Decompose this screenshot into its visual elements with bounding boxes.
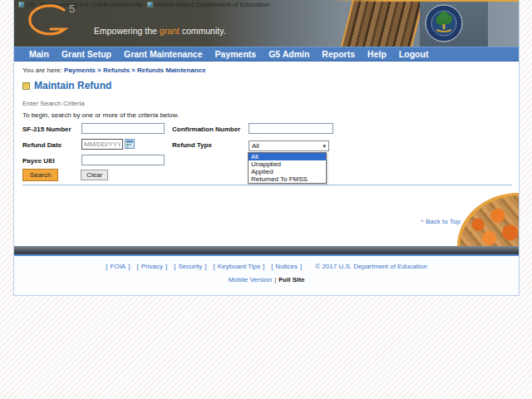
tab-title: United States Department of Education <box>155 1 270 8</box>
section-label: Enter Search Criteria <box>22 100 85 107</box>
footer-link: [Privacy] <box>136 263 167 270</box>
header-tagline: Empowering the grant community. <box>94 26 226 36</box>
section-divider <box>22 185 512 185</box>
chevron-down-icon: ▾ <box>323 143 326 150</box>
browser-viewport: G5 - Empowering the Grant Community Unit… <box>13 0 520 296</box>
footer-link: [Security] <box>174 263 206 270</box>
nav-item[interactable]: Help <box>367 49 387 59</box>
mobile-version-link[interactable]: Mobile Version <box>229 276 272 283</box>
confirmation-number-label: Confirmation Number <box>172 126 240 133</box>
dropdown-option[interactable]: Applied <box>249 168 326 175</box>
classroom-chairs-image <box>460 195 519 246</box>
footer-link-anchor[interactable]: Security <box>178 263 202 270</box>
header-banner: G5 - Empowering the Grant Community Unit… <box>14 0 519 47</box>
department-of-education-seal <box>425 4 463 42</box>
sf215-label: SF-215 Number <box>22 126 71 133</box>
dropdown-option[interactable]: Returned To FMSS <box>249 175 326 183</box>
footer: [FOIA] [Privacy] [Security] [Keyboard Ti… <box>14 256 519 295</box>
footer-image-bar <box>14 246 519 254</box>
nav-item[interactable]: G5 Admin <box>268 49 309 59</box>
full-site-label: Full Site <box>278 276 304 283</box>
nav-item[interactable]: Grant Maintenance <box>124 49 203 59</box>
footer-link: [FOIA] <box>106 263 130 270</box>
footer-site-toggle: Mobile Version|Full Site <box>14 276 519 283</box>
dropdown-option[interactable]: All <box>249 153 326 160</box>
breadcrumb-path[interactable]: Payments > Refunds > Refunds Maintenance <box>64 66 206 74</box>
refund-type-dropdown: AllUnappliedAppliedReturned To FMSS <box>248 152 327 184</box>
g5-logo: 5 <box>22 3 97 43</box>
nav-item[interactable]: Main <box>29 49 49 59</box>
footer-link: [Notices] <box>271 263 302 270</box>
refund-date-label: Refund Date <box>22 141 62 149</box>
search-button[interactable]: Search <box>22 169 58 181</box>
footer-link-anchor[interactable]: Notices <box>275 263 298 270</box>
page-icon <box>147 2 153 7</box>
footer-link-anchor[interactable]: Keyboard Tips <box>218 263 260 270</box>
nav-item[interactable]: Grant Setup <box>62 49 111 59</box>
nav-item[interactable]: Payments <box>215 49 257 59</box>
nav-item[interactable]: Logout <box>399 49 429 59</box>
footer-link-anchor[interactable]: FOIA <box>111 263 126 270</box>
main-navigation: MainGrant SetupGrant MaintenancePayments… <box>14 47 519 62</box>
seal-background <box>420 0 488 47</box>
copyright-text: © 2017 U.S. Department of Education <box>315 263 426 270</box>
confirmation-number-input[interactable] <box>249 123 333 134</box>
breadcrumb[interactable]: You are here: Payments > Refunds > Refun… <box>22 66 206 74</box>
dropdown-option[interactable]: Unapplied <box>249 160 326 168</box>
refund-type-selected-value: All <box>252 142 259 150</box>
section-icon <box>22 82 30 90</box>
payee-uei-label: Payee UEI <box>22 157 55 165</box>
refund-type-select[interactable]: All ▾ <box>249 140 329 151</box>
page-title: Maintain Refund <box>34 80 111 91</box>
bookshelf-photo <box>340 0 425 47</box>
clear-button[interactable]: Clear <box>81 170 108 180</box>
nav-item[interactable]: Reports <box>322 49 355 59</box>
footer-links-row: [FOIA] [Privacy] [Security] [Keyboard Ti… <box>14 263 519 270</box>
instructions-text: To begin, search by one or more of the c… <box>22 111 179 119</box>
window-tab[interactable]: United States Department of Education <box>147 1 270 8</box>
refund-date-input[interactable] <box>81 139 123 150</box>
calendar-icon[interactable] <box>125 139 135 149</box>
banner-orange-curve <box>330 0 519 2</box>
payee-uei-input[interactable] <box>81 155 165 165</box>
back-to-top-link[interactable]: ^ Back to Top <box>421 218 461 225</box>
sf215-input[interactable] <box>81 123 165 134</box>
g5-logo-number: 5 <box>69 2 75 15</box>
footer-link: [Keyboard Tips] <box>214 263 265 270</box>
footer-link-anchor[interactable]: Privacy <box>141 263 163 270</box>
page-title-row: Maintain Refund <box>22 80 111 91</box>
refund-type-label: Refund Type <box>172 141 212 149</box>
decorative-corner-photo <box>457 193 519 246</box>
